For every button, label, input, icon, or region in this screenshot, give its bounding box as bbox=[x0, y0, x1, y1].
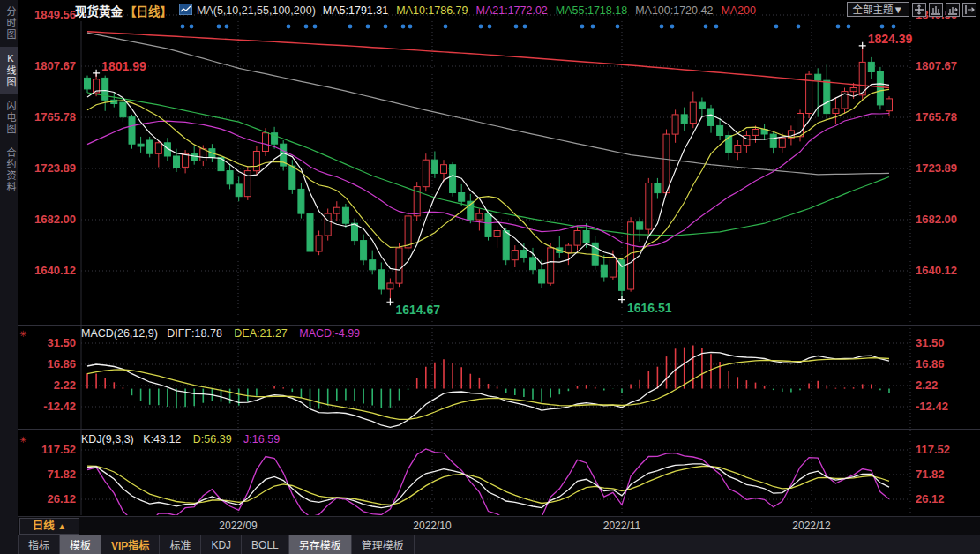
price-annotation: 1824.39 bbox=[868, 32, 913, 46]
axis-label: 1640.12 bbox=[916, 264, 957, 277]
event-dot bbox=[366, 25, 370, 29]
zoom-in-button[interactable] bbox=[946, 3, 960, 17]
macd-dea-value: DEA:21.27 bbox=[234, 327, 287, 340]
sidebar-item-timeshare-chart[interactable]: 分时图 bbox=[0, 0, 18, 47]
ma-legend-item: MA5:1791.31 bbox=[323, 4, 388, 17]
shift-right-button[interactable] bbox=[962, 3, 976, 17]
axis-label: 31.50 bbox=[47, 336, 76, 349]
kdj-d-value: D:56.39 bbox=[193, 433, 232, 445]
crosshair-tool-button[interactable] bbox=[912, 3, 926, 17]
bottom-tab-KDJ[interactable]: KDJ bbox=[201, 535, 242, 554]
axis-label: 71.82 bbox=[47, 468, 76, 481]
macd-settings-icon[interactable]: ✳ bbox=[19, 329, 26, 339]
kdj-header: KDJ(9,3,3) K:43.12 D:56.39 J:16.59 bbox=[81, 433, 280, 445]
axis-label: 1765.78 bbox=[34, 110, 76, 124]
axis-label: 1682.00 bbox=[34, 213, 76, 226]
zoom-out-button[interactable] bbox=[929, 3, 943, 17]
event-dot bbox=[488, 25, 492, 29]
event-dot bbox=[408, 25, 413, 29]
kdj-title: KDJ(9,3,3) bbox=[81, 433, 134, 445]
axis-label: 16.86 bbox=[47, 357, 76, 371]
sidebar-item-contract-info[interactable]: 合约资料 bbox=[0, 141, 18, 199]
event-dot bbox=[514, 25, 519, 29]
extreme-marker-icon bbox=[859, 42, 866, 49]
axis-label: 2.22 bbox=[54, 378, 76, 392]
axis-label: 26.12 bbox=[916, 492, 945, 505]
event-dot bbox=[880, 25, 885, 29]
bottom-tab-BOLL[interactable]: BOLL bbox=[242, 535, 289, 554]
trading-terminal: 分时图 K线图 闪电图 合约资料 现货黄金 【日线】 MA(5,10,21,55… bbox=[0, 0, 980, 554]
macd-header: MACD(26,12,9) DIFF:18.78 DEA:21.27 MACD:… bbox=[81, 327, 360, 340]
axis-label: 117.52 bbox=[41, 443, 76, 456]
bottom-tab-模板[interactable]: 模板 bbox=[60, 535, 101, 554]
period-arrow-icon: ▲ bbox=[57, 521, 66, 531]
axis-label: 1640.12 bbox=[34, 264, 76, 277]
event-dot bbox=[704, 25, 708, 29]
ma-legend-item: MA10:1786.79 bbox=[396, 4, 468, 17]
event-dot bbox=[348, 25, 353, 29]
divider-main-macd bbox=[18, 325, 980, 326]
axis-label: 1807.67 bbox=[34, 59, 76, 72]
event-dot bbox=[660, 25, 664, 29]
kdj-k-value: K:43.12 bbox=[143, 433, 181, 445]
bottom-tab-指标[interactable]: 指标 bbox=[18, 535, 60, 554]
bottom-tab-管理模板[interactable]: 管理模板 bbox=[352, 535, 415, 554]
bottom-tab-标准[interactable]: 标准 bbox=[160, 535, 201, 554]
kline-icon bbox=[179, 4, 192, 18]
axis-label: 1723.89 bbox=[34, 161, 76, 175]
event-dot bbox=[190, 25, 194, 29]
date-label: 2022/09 bbox=[219, 520, 257, 532]
axis-label: 1807.67 bbox=[916, 59, 957, 72]
event-dot bbox=[225, 25, 229, 29]
event-dot bbox=[287, 25, 291, 29]
kdj-settings-icon[interactable]: ✳ bbox=[19, 435, 26, 445]
sidebar-item-kline-chart[interactable]: K线图 bbox=[0, 47, 18, 94]
axis-label: 71.82 bbox=[916, 468, 945, 481]
bottom-tab-bar: 指标模板VIP指标标准KDJBOLL另存模板管理模板 bbox=[18, 535, 980, 554]
sidebar-item-lightning-chart[interactable]: 闪电图 bbox=[0, 94, 18, 141]
event-dot bbox=[313, 25, 318, 29]
chart-canvas[interactable]: 1801.991614.671616.511824.391849.561849.… bbox=[0, 0, 980, 554]
extreme-marker-icon bbox=[618, 296, 625, 303]
bottom-tab-另存模板[interactable]: 另存模板 bbox=[289, 535, 352, 554]
event-dot bbox=[217, 25, 221, 29]
axis-label: 1723.89 bbox=[916, 161, 957, 175]
event-dot bbox=[670, 25, 675, 29]
event-dot bbox=[181, 25, 185, 29]
ma-legend-item: MA21:1772.02 bbox=[476, 4, 548, 17]
axis-label: -12.42 bbox=[43, 400, 76, 413]
axis-label: 117.52 bbox=[916, 443, 950, 456]
extreme-marker-icon bbox=[386, 298, 393, 305]
left-sidebar: 分时图 K线图 闪电图 合约资料 bbox=[0, 0, 18, 554]
extreme-marker-icon bbox=[93, 70, 100, 77]
chart-header: 现货黄金 【日线】 MA(5,10,21,55,100,200) MA5:179… bbox=[18, 0, 980, 20]
price-annotation: 1616.51 bbox=[627, 301, 672, 315]
axis-label: 16.86 bbox=[916, 357, 945, 371]
divider-macd-kdj bbox=[18, 429, 980, 430]
macd-value: MACD:-4.99 bbox=[299, 327, 360, 340]
event-dot bbox=[616, 25, 620, 29]
ma-legend-item: MA100:1720.42 bbox=[635, 4, 713, 17]
price-annotation: 1614.67 bbox=[395, 303, 440, 317]
ma-legend: MA5:1791.31MA10:1786.79MA21:1772.02MA55:… bbox=[323, 4, 764, 17]
macd-title: MACD(26,12,9) bbox=[81, 327, 158, 340]
axis-label: 1682.00 bbox=[916, 213, 957, 226]
event-dot bbox=[774, 25, 779, 29]
axis-label: -12.42 bbox=[916, 400, 948, 413]
ma-params-label: MA(5,10,21,55,100,200) bbox=[197, 4, 316, 17]
date-label: 2022/12 bbox=[792, 520, 830, 532]
period-button[interactable]: 日线 ▲ bbox=[19, 518, 79, 535]
bottom-tab-VIP指标[interactable]: VIP指标 bbox=[101, 535, 160, 554]
symbol-title: 现货黄金 bbox=[75, 2, 123, 19]
date-label: 2022/11 bbox=[603, 520, 641, 532]
date-label: 2022/10 bbox=[413, 520, 451, 532]
theme-select-button[interactable]: 全部主题▼ bbox=[847, 2, 909, 17]
axis-label: 2.22 bbox=[916, 378, 938, 392]
macd-diff-value: DIFF:18.78 bbox=[167, 327, 222, 340]
event-dot bbox=[847, 25, 851, 29]
event-dot bbox=[479, 25, 483, 29]
event-dot bbox=[444, 25, 448, 29]
axis-label: 31.50 bbox=[916, 336, 945, 349]
ma-legend-item: MA200 bbox=[721, 4, 756, 17]
event-dot bbox=[836, 25, 841, 29]
